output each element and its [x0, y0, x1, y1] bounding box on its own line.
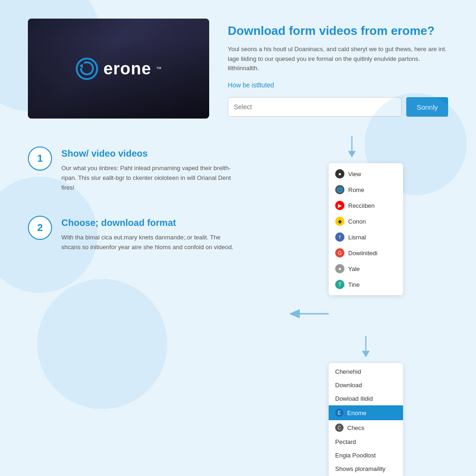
format-item-label: Pectard — [335, 438, 356, 445]
yale-icon: ● — [335, 264, 344, 273]
step-1-number: 1 — [28, 146, 52, 171]
arrow-down-2 — [359, 336, 373, 359]
dropdown-item-label: Rome — [348, 186, 364, 193]
video-thumb-bg: erone™ — [28, 19, 209, 119]
search-button[interactable]: Sonnly — [406, 97, 448, 117]
dowiinitedi-icon: G — [335, 248, 344, 258]
input-row: Sonnly — [228, 97, 448, 117]
step-1-title: Show/ video videos — [61, 148, 237, 159]
checs-icon: C — [335, 423, 344, 432]
format-enome[interactable]: E Enome — [329, 405, 403, 420]
header-description: Youl seons a his houtl ul Doaninacs, and… — [228, 45, 448, 73]
format-engia-poodlost[interactable]: Engia Poodlost — [329, 449, 403, 462]
dropdown-item-rome[interactable]: 🌐 Rome — [329, 182, 403, 198]
dropdown-item-lisrnal[interactable]: f Lisrnal — [329, 229, 403, 245]
brand-name: erone — [103, 59, 151, 79]
format-pectard[interactable]: Pectard — [329, 435, 403, 449]
enome-icon: E — [335, 409, 344, 417]
dropdown-item-dowiinitedi[interactable]: G Dowiinitedi — [329, 245, 403, 261]
dropdown-item-recciiben[interactable]: ▶ Recciiben — [329, 198, 403, 213]
top-section: erone™ Download form videos from erome? … — [28, 19, 448, 119]
dropdown-item-label: Tine — [348, 281, 360, 288]
platform-dropdown[interactable]: ● View 🌐 Rome ▶ Recciiben ◆ Conon f L — [329, 163, 403, 295]
svg-marker-7 — [362, 351, 370, 357]
left-steps: 1 Show/ video videos Our what you iinbre… — [28, 132, 237, 476]
url-input[interactable] — [228, 97, 402, 117]
brand-overlay: erone™ — [75, 57, 161, 80]
format-dowload-ilidid[interactable]: Dowload Ilidid — [329, 392, 403, 405]
dropdown-item-view[interactable]: ● View — [329, 166, 403, 182]
conon-icon: ◆ — [335, 217, 344, 226]
format-checs[interactable]: C Checs — [329, 420, 403, 435]
format-item-label: Engia Poodlost — [335, 452, 376, 459]
dropdown-item-label: Recciiben — [348, 202, 375, 209]
svg-marker-5 — [289, 309, 300, 318]
format-item-label: Download — [335, 382, 362, 389]
step-1-content: Show/ video videos Our what you iinbres:… — [61, 146, 237, 192]
format-shows-ploramaility[interactable]: Shows ploramaility — [329, 462, 403, 476]
format-item-label: Checs — [347, 424, 364, 431]
dropdown-item-label: Lisrnal — [348, 234, 366, 241]
dropdown-item-label: Yale — [348, 265, 360, 272]
page-container: erone™ Download form videos from erome? … — [0, 0, 476, 476]
step-2-number: 2 — [28, 216, 52, 240]
main-title: Download form videos from erome? — [228, 23, 448, 39]
svg-marker-3 — [348, 151, 356, 158]
middle-section: 1 Show/ video videos Our what you iinbre… — [28, 132, 448, 476]
svg-marker-1 — [79, 64, 83, 68]
format-download[interactable]: Download — [329, 378, 403, 392]
brand-icon — [75, 57, 99, 80]
rome-icon: 🌐 — [335, 185, 344, 194]
step-2: 2 Choose; download format With tha bimal… — [28, 216, 237, 252]
dropdown-item-label: View — [348, 171, 361, 178]
dropdown-item-conon[interactable]: ◆ Conon — [329, 213, 403, 229]
format-chenehid[interactable]: Chenehid — [329, 365, 403, 378]
dropdown-item-tine[interactable]: T Tine — [329, 277, 403, 292]
lisrnal-icon: f — [335, 232, 344, 242]
format-item-label: Enome — [347, 410, 366, 416]
dropdown-item-label: Conon — [348, 218, 366, 225]
dropdown-item-label: Dowiinitedi — [348, 250, 377, 257]
recciiben-icon: ▶ — [335, 201, 344, 210]
view-icon: ● — [335, 169, 344, 178]
format-item-label: Dowload Ilidid — [335, 395, 373, 402]
step-2-content: Choose; download format With tha bimal c… — [61, 216, 237, 252]
right-dropdowns: ● View 🌐 Rome ▶ Recciiben ◆ Conon f L — [256, 132, 448, 476]
step-2-desc: With tha bimal cica eut.mary knets danma… — [61, 233, 237, 252]
video-thumbnail: erone™ — [28, 19, 209, 119]
how-it-works-link[interactable]: How be istltuted — [228, 81, 274, 89]
arrow-left-area — [329, 300, 403, 328]
step-1-desc: Our what you iinbres: Paht inlead prvnam… — [61, 164, 237, 192]
brand-tm: ™ — [156, 66, 162, 72]
arrow-down-1 — [345, 136, 359, 159]
format-item-label: Chenehid — [335, 368, 361, 375]
format-item-label: Shows ploramaility — [335, 465, 385, 472]
step-2-title: Choose; download format — [61, 218, 237, 228]
step-1: 1 Show/ video videos Our what you iinbre… — [28, 146, 237, 192]
dropdown-item-yale[interactable]: ● Yale — [329, 261, 403, 277]
tine-icon: T — [335, 280, 344, 289]
right-section: Download form videos from erome? Youl se… — [228, 19, 448, 117]
format-dropdown[interactable]: Chenehid Download Dowload Ilidid E Enome… — [329, 363, 403, 476]
